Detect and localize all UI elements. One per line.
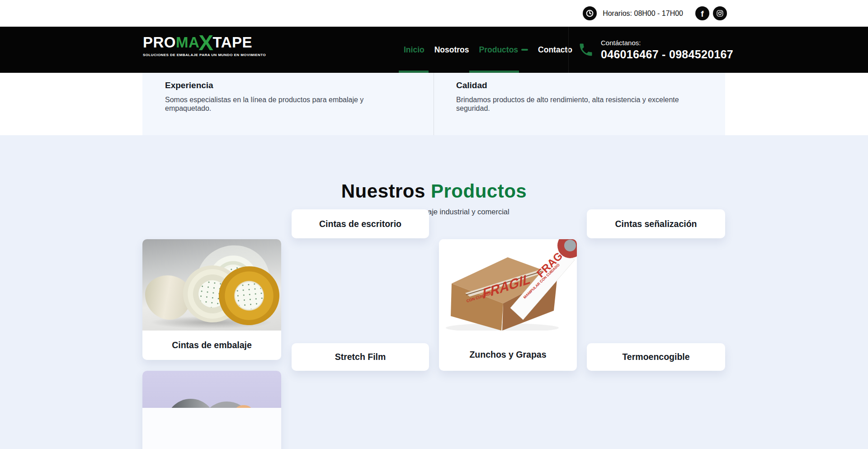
nav-inicio[interactable]: Inicio xyxy=(404,45,425,55)
header-divider xyxy=(568,27,569,73)
logo[interactable]: PROMAXTAPE SOLUCIONES DE EMBALAJE PARA U… xyxy=(143,34,266,57)
product-card-title: Cintas de embalaje xyxy=(142,331,281,360)
header-contact: Contáctanos: 046016467 - 0984520167 xyxy=(577,27,733,73)
product-card-termoencogible[interactable]: Termoencogible xyxy=(587,343,725,371)
product-image-fragile-tape-box: FRAGIL CON CUIDADO FRAGIL MANIPULAR CON … xyxy=(439,239,577,331)
instagram-icon[interactable] xyxy=(713,6,727,20)
nav-contacto[interactable]: Contacto xyxy=(538,45,572,55)
main-nav: Inicio Nosotros Productos Contacto xyxy=(404,27,572,73)
features-band: Experiencia Somos especialistas en la lí… xyxy=(0,73,868,135)
clock-icon xyxy=(583,6,597,20)
contact-label: Contáctanos: xyxy=(601,39,733,47)
social-links: f xyxy=(695,6,727,20)
product-card-cintas-senalizacion[interactable]: Cintas señalización xyxy=(587,209,725,238)
product-card-cintas-embalaje[interactable]: Cintas de embalaje xyxy=(142,239,281,360)
product-card-title: Cintas señalización xyxy=(587,209,725,238)
product-card-body xyxy=(142,408,281,449)
product-card-stretch-film[interactable]: Stretch Film xyxy=(292,343,429,371)
feature-divider xyxy=(434,73,434,135)
products-section: Nuestros Productos aje industrial y come… xyxy=(0,135,868,449)
feature-text: Brindamos productos de alto rendimiento,… xyxy=(456,95,699,113)
product-card-partial[interactable] xyxy=(142,371,281,449)
products-title: Nuestros Productos xyxy=(0,180,868,202)
topbar: Horarios: 08H00 - 17H00 f xyxy=(0,0,868,27)
page: Horarios: 08H00 - 17H00 f PROMAXTAPE SOL… xyxy=(0,0,868,449)
product-card-cintas-escritorio[interactable]: Cintas de escritorio xyxy=(292,209,429,238)
topbar-inner: Horarios: 08H00 - 17H00 f xyxy=(583,0,727,27)
facebook-icon[interactable]: f xyxy=(695,6,709,20)
contact-text-block: Contáctanos: 046016467 - 0984520167 xyxy=(601,39,733,61)
nav-nosotros[interactable]: Nosotros xyxy=(434,45,469,55)
product-card-title: Stretch Film xyxy=(292,343,429,371)
features-panel: Experiencia Somos especialistas en la lí… xyxy=(142,73,725,135)
hours-text: Horarios: 08H00 - 17H00 xyxy=(603,9,683,18)
product-card-zunchos-grapas[interactable]: FRAGIL CON CUIDADO FRAGIL MANIPULAR CON … xyxy=(439,239,577,371)
logo-wordmark: PROMAXTAPE xyxy=(143,34,266,51)
nav-productos[interactable]: Productos xyxy=(479,45,528,55)
product-card-title: Termoencogible xyxy=(587,343,725,371)
product-image-tape-rolls xyxy=(142,239,281,331)
product-image-gray-tape xyxy=(142,371,281,408)
phone-numbers[interactable]: 046016467 - 0984520167 xyxy=(601,48,733,61)
product-card-title: Zunchos y Grapas xyxy=(439,331,577,371)
dropdown-dash-icon xyxy=(521,49,528,51)
phone-icon xyxy=(577,41,594,58)
feature-experiencia: Experiencia Somos especialistas en la lí… xyxy=(165,80,381,113)
main-header: PROMAXTAPE SOLUCIONES DE EMBALAJE PARA U… xyxy=(0,27,868,73)
feature-title: Experiencia xyxy=(165,80,381,90)
products-subtitle: aje industrial y comercial xyxy=(428,208,509,216)
feature-text: Somos especialistas en la línea de produ… xyxy=(165,95,381,113)
feature-calidad: Calidad Brindamos productos de alto rend… xyxy=(456,80,699,113)
feature-title: Calidad xyxy=(456,80,699,90)
product-card-title: Cintas de escritorio xyxy=(292,209,429,238)
